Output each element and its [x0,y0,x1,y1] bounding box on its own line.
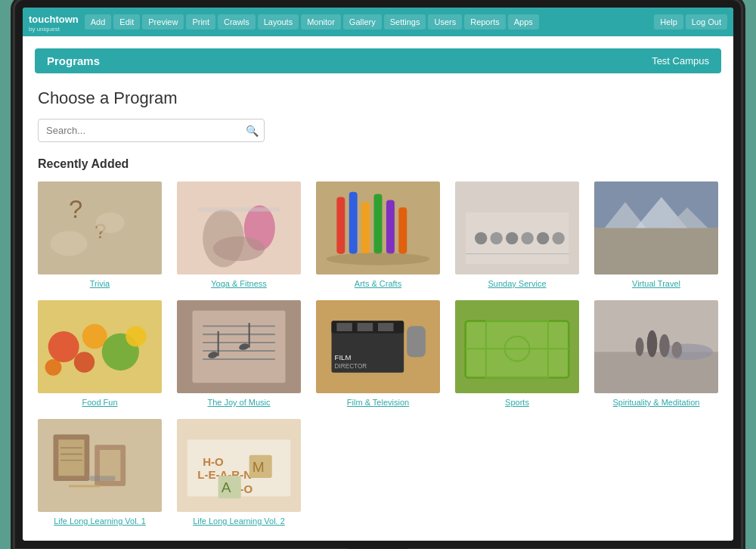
program-lll1-label[interactable]: Life Long Learning Vol. 1 [54,516,146,526]
svg-point-71 [647,330,658,358]
svg-point-24 [537,232,549,244]
svg-rect-81 [89,476,115,481]
nav-reports[interactable]: Reports [464,14,506,29]
svg-point-8 [213,236,265,261]
logo: touchtown by uniquest [29,12,79,33]
svg-point-4 [96,212,125,233]
thumb-sports [455,300,579,393]
header-title: Programs [47,54,100,67]
program-sports[interactable]: Sports [455,300,579,407]
nav-right: Help Log Out [654,14,727,29]
svg-point-21 [490,232,502,244]
svg-rect-15 [386,200,395,254]
program-lll1[interactable]: Life Long Learning Vol. 1 [38,419,162,526]
svg-point-70 [659,334,670,357]
programs-grid: ? ? Trivia [38,181,718,526]
program-sunday-label[interactable]: Sunday Service [488,279,546,288]
search-icon: 🔍 [246,125,259,137]
search-container: 🔍 [38,119,265,142]
nav-buttons: Add Edit Preview Print Crawls Layouts Mo… [85,14,655,29]
svg-rect-16 [398,207,407,254]
svg-text:?: ? [69,195,82,223]
svg-point-39 [45,359,62,376]
svg-rect-56 [378,323,394,331]
svg-text:A: A [222,479,231,495]
program-lll2-label[interactable]: Life Long Learning Vol. 2 [193,516,285,526]
top-nav: touchtown by uniquest Add Edit Preview P… [23,8,733,36]
svg-point-37 [74,352,94,372]
program-sports-label[interactable]: Sports [505,398,529,407]
nav-print[interactable]: Print [186,14,215,29]
program-trivia-label[interactable]: Trivia [90,279,110,288]
program-lll2[interactable]: H-O L-E-A-R-N T-O M A Life Long Learning… [177,419,301,526]
svg-text:DIRECTOR: DIRECTOR [335,363,367,370]
svg-point-34 [48,331,79,362]
header-bar: Programs Test Campus [35,48,721,73]
program-film-label[interactable]: Film & Television [347,398,409,407]
program-arts[interactable]: Arts & Crafts [316,181,440,288]
program-music[interactable]: The Joy of Music [177,300,301,407]
header-campus: Test Campus [652,55,709,67]
main-content: Choose a Program 🔍 Recently Added ? ? [23,79,733,541]
program-food-label[interactable]: Food Fun [82,398,117,407]
thumb-sunday [455,181,579,274]
nav-logout[interactable]: Log Out [686,14,727,29]
nav-preview[interactable]: Preview [142,14,184,29]
nav-help[interactable]: Help [654,14,683,29]
program-spiritual-label[interactable]: Spirituality & Meditation [613,398,700,407]
logo-name: touchtown [29,14,79,25]
thumb-lll2: H-O L-E-A-R-N T-O M A [177,419,301,512]
svg-point-22 [506,232,518,244]
svg-rect-13 [361,202,370,253]
nav-gallery[interactable]: Gallery [343,14,382,29]
svg-rect-41 [193,311,286,383]
svg-rect-12 [349,192,358,254]
nav-settings[interactable]: Settings [384,14,426,29]
nav-monitor[interactable]: Monitor [301,14,341,29]
thumb-arts [316,181,440,274]
svg-rect-29 [594,228,718,275]
svg-text:M: M [253,459,265,475]
svg-rect-54 [336,323,352,331]
nav-apps[interactable]: Apps [508,14,539,29]
nav-add[interactable]: Add [85,14,112,29]
thumb-trivia: ? ? [38,181,162,274]
screen-inner: touchtown by uniquest Add Edit Preview P… [23,8,733,541]
thumb-travel [594,181,718,274]
program-travel[interactable]: Virtual Travel [594,181,718,288]
program-food[interactable]: Food Fun [38,300,162,407]
svg-text:H-O: H-O [203,455,224,468]
nav-users[interactable]: Users [428,14,462,29]
program-arts-label[interactable]: Arts & Crafts [355,279,401,288]
svg-point-69 [672,342,683,358]
svg-point-72 [636,337,644,356]
svg-rect-55 [358,323,373,331]
svg-point-3 [50,231,87,256]
program-yoga-label[interactable]: Yoga & Fitness [211,279,267,288]
logo-sub: by uniquest [29,26,79,33]
program-sunday[interactable]: Sunday Service [455,181,579,288]
svg-text:FILM: FILM [335,353,352,361]
thumb-food [38,300,162,393]
svg-point-17 [327,253,430,265]
svg-rect-14 [374,194,383,253]
thumb-yoga [177,181,301,274]
thumb-film: FILM DIRECTOR [316,300,440,393]
nav-edit[interactable]: Edit [113,14,140,29]
thumb-lll1 [38,419,162,512]
svg-point-20 [475,232,487,244]
nav-layouts[interactable]: Layouts [258,14,299,29]
program-music-label[interactable]: The Joy of Music [207,398,270,407]
program-trivia[interactable]: ? ? Trivia [38,181,162,288]
program-film[interactable]: FILM DIRECTOR Film & Television [316,300,440,407]
svg-point-25 [552,232,564,244]
thumb-spiritual [594,300,718,393]
program-yoga[interactable]: Yoga & Fitness [177,181,301,288]
search-input[interactable] [38,119,265,142]
program-spiritual[interactable]: Spirituality & Meditation [594,300,718,407]
svg-point-23 [521,232,533,244]
nav-crawls[interactable]: Crawls [218,14,256,29]
monitor-screen: touchtown by uniquest Add Edit Preview P… [15,0,741,548]
svg-rect-57 [407,326,426,357]
program-travel-label[interactable]: Virtual Travel [632,279,680,288]
